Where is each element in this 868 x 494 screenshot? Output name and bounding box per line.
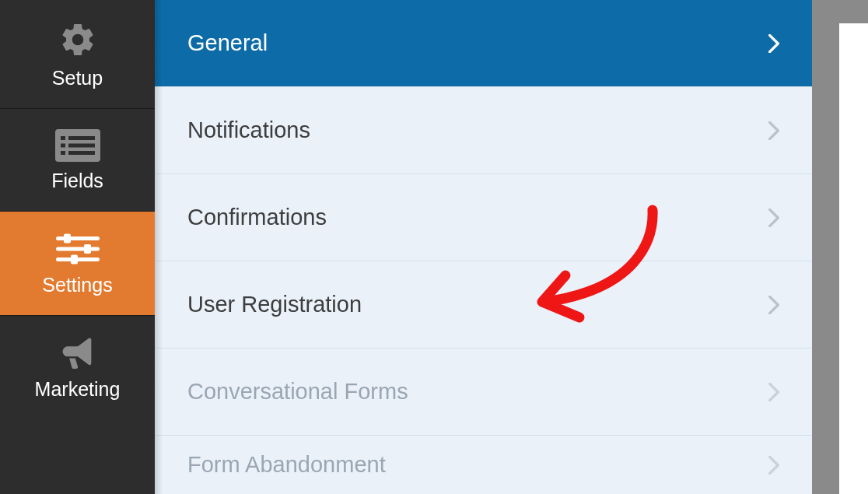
sidebar-item-label: Settings: [42, 274, 112, 296]
list-icon: [55, 129, 100, 162]
chevron-right-icon: [768, 296, 779, 314]
sidebar: Setup Fields: [0, 0, 155, 494]
svg-rect-2: [68, 136, 95, 140]
chevron-right-icon: [768, 456, 779, 475]
settings-item-label: General: [187, 30, 268, 56]
sidebar-item-label: Marketing: [35, 378, 121, 401]
svg-rect-10: [84, 244, 91, 254]
sidebar-item-label: Setup: [52, 67, 103, 89]
svg-rect-7: [56, 236, 100, 240]
settings-item-general[interactable]: General: [155, 0, 812, 87]
svg-rect-9: [56, 247, 100, 251]
settings-item-label: Conversational Forms: [187, 379, 408, 405]
sidebar-item-settings[interactable]: Settings: [0, 212, 155, 316]
chevron-right-icon: [768, 34, 779, 53]
settings-item-user-registration[interactable]: User Registration: [155, 261, 812, 349]
chevron-right-icon: [768, 121, 779, 140]
svg-rect-12: [71, 255, 78, 265]
right-pane-content: [839, 23, 868, 494]
sidebar-item-label: Fields: [51, 170, 103, 192]
settings-item-label: Form Abandonment: [187, 452, 386, 478]
sliders-icon: [56, 232, 100, 266]
chevron-right-icon: [768, 208, 779, 227]
settings-item-conversational-forms[interactable]: Conversational Forms: [155, 349, 812, 436]
settings-panel: General Notifications Confirmations User…: [155, 0, 812, 494]
settings-item-label: User Registration: [187, 292, 362, 317]
chevron-right-icon: [768, 383, 779, 401]
sidebar-item-marketing[interactable]: Marketing: [0, 316, 155, 419]
settings-item-label: Notifications: [187, 117, 310, 143]
settings-item-notifications[interactable]: Notifications: [155, 87, 812, 174]
svg-rect-1: [61, 136, 65, 140]
settings-item-label: Confirmations: [187, 205, 327, 230]
sidebar-item-fields[interactable]: Fields: [0, 109, 155, 212]
svg-rect-4: [68, 144, 95, 148]
svg-rect-3: [61, 144, 65, 148]
svg-rect-8: [64, 234, 71, 243]
bullhorn-icon: [58, 336, 98, 370]
sidebar-item-setup[interactable]: Setup: [0, 0, 155, 109]
right-pane: [812, 0, 868, 494]
settings-item-confirmations[interactable]: Confirmations: [155, 174, 812, 261]
settings-item-form-abandonment[interactable]: Form Abandonment: [155, 436, 812, 494]
gear-icon: [58, 20, 97, 59]
svg-rect-5: [61, 151, 65, 155]
svg-rect-6: [68, 151, 95, 155]
